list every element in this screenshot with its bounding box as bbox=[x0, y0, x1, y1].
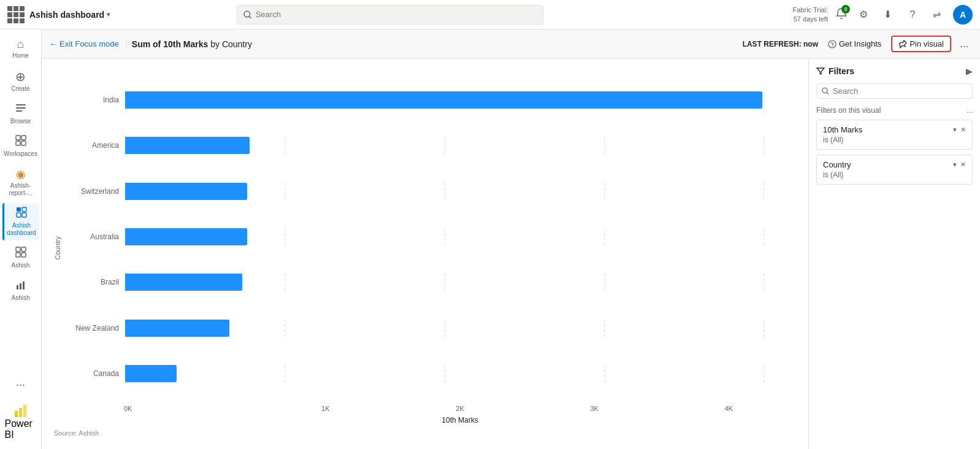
svg-rect-9 bbox=[17, 207, 21, 212]
filters-header: Filters ▶ bbox=[816, 66, 973, 76]
grid-line bbox=[445, 274, 445, 291]
sidebar-item-create[interactable]: ⊕ Create bbox=[2, 66, 39, 96]
grid-line bbox=[764, 91, 764, 109]
filter-card[interactable]: Country▾✕is (All) bbox=[816, 155, 973, 185]
grid-line bbox=[604, 320, 605, 337]
avatar[interactable]: A bbox=[953, 5, 973, 25]
sidebar-item-home[interactable]: ⌂ Home bbox=[2, 34, 39, 63]
bar-label: New Zealand bbox=[64, 324, 125, 332]
bar-row: New Zealand bbox=[64, 317, 796, 340]
help-icon[interactable]: ? bbox=[904, 6, 921, 23]
grid-line bbox=[604, 137, 605, 154]
grid-line bbox=[764, 274, 764, 291]
bar-track[interactable] bbox=[125, 183, 796, 200]
svg-point-25 bbox=[822, 88, 827, 93]
sidebar-item-ashish2-label: Ashish bbox=[11, 294, 29, 302]
sidebar-item-browse[interactable]: Browse bbox=[2, 99, 39, 129]
download-icon[interactable]: ⬇ bbox=[879, 6, 897, 23]
filter-card[interactable]: 10th Marks▾✕is (All) bbox=[816, 120, 973, 150]
filter-chevron-icon[interactable]: ▾ bbox=[953, 161, 957, 169]
filter-search-input[interactable] bbox=[833, 86, 967, 96]
grid-line bbox=[285, 137, 285, 154]
bar-fill bbox=[125, 183, 247, 200]
bar-track[interactable] bbox=[125, 228, 796, 245]
svg-rect-18 bbox=[20, 283, 21, 290]
bar-track[interactable] bbox=[125, 137, 796, 154]
bar-row: Australia bbox=[64, 225, 796, 248]
ashish-report-icon: ◉ bbox=[16, 167, 26, 181]
filters-collapse-button[interactable]: ▶ bbox=[966, 66, 973, 76]
filter-card-actions: ▾✕ bbox=[953, 161, 966, 169]
bar-label: India bbox=[64, 96, 125, 104]
last-refresh-value: now bbox=[803, 40, 818, 48]
filter-search-icon bbox=[822, 87, 829, 95]
grid-line bbox=[604, 183, 605, 200]
filter-chevron-icon[interactable]: ▾ bbox=[953, 126, 957, 134]
nav-title-chevron-icon: ▾ bbox=[107, 11, 110, 18]
svg-rect-16 bbox=[21, 253, 26, 257]
grid-line bbox=[764, 137, 764, 154]
notification-count-badge: 8 bbox=[841, 5, 850, 13]
bar-label: Australia bbox=[64, 232, 125, 241]
pin-visual-button[interactable]: Pin visual bbox=[891, 36, 951, 52]
filters-more-button[interactable]: ... bbox=[967, 106, 973, 115]
pin-visual-label: Pin visual bbox=[909, 39, 944, 48]
grid-line bbox=[445, 365, 445, 382]
exit-focus-button[interactable]: ← Exit Focus mode bbox=[49, 39, 127, 48]
svg-rect-13 bbox=[16, 247, 20, 251]
bar-track[interactable] bbox=[125, 274, 796, 291]
bar-fill bbox=[125, 91, 762, 109]
grid-line bbox=[764, 365, 764, 382]
sidebar-item-home-label: Home bbox=[12, 52, 29, 59]
bar-label: Brazil bbox=[64, 278, 125, 286]
filter-clear-icon[interactable]: ✕ bbox=[960, 161, 966, 169]
notifications-button[interactable]: 8 bbox=[835, 7, 848, 22]
nav-title[interactable]: Ashish dashboard ▾ bbox=[29, 10, 110, 20]
sidebar-item-ashish-dashboard[interactable]: Ashishdashboard bbox=[2, 203, 39, 240]
bar-fill bbox=[125, 228, 247, 245]
sidebar-item-ashish-report[interactable]: ◉ Ashish-report-... bbox=[2, 164, 39, 201]
search-icon bbox=[243, 10, 251, 19]
bar-row: Switzerland bbox=[64, 180, 796, 203]
bar-track[interactable] bbox=[125, 91, 796, 109]
sidebar-more-button[interactable]: ··· bbox=[2, 375, 39, 395]
grid-line bbox=[445, 320, 445, 337]
sidebar-item-workspaces[interactable]: Workspaces bbox=[2, 131, 39, 161]
grid-line bbox=[445, 228, 445, 245]
bar-label: Switzerland bbox=[64, 187, 125, 196]
share-icon[interactable]: ⇌ bbox=[928, 6, 946, 23]
filter-icon bbox=[816, 67, 825, 75]
sidebar-item-workspaces-label: Workspaces bbox=[4, 150, 37, 158]
sub-header-actions: Get Insights Pin visual ... bbox=[823, 36, 973, 52]
get-insights-label: Get Insights bbox=[839, 39, 881, 48]
settings-icon[interactable]: ⚙ bbox=[855, 6, 872, 23]
filter-clear-icon[interactable]: ✕ bbox=[960, 126, 966, 134]
get-insights-button[interactable]: Get Insights bbox=[823, 37, 886, 51]
x-axis: 0K1K2K3K4K bbox=[64, 405, 796, 412]
powerbi-logo-button[interactable]: Power BI bbox=[2, 397, 39, 444]
x-axis-tick: 1K bbox=[258, 405, 392, 412]
top-search-bar[interactable] bbox=[237, 5, 543, 25]
filter-card-name: Country bbox=[823, 160, 851, 169]
sidebar-item-ashish-2[interactable]: Ashish bbox=[2, 275, 39, 305]
bar-row: Canada bbox=[64, 362, 796, 385]
bar-track[interactable] bbox=[125, 320, 796, 337]
filter-search-bar[interactable] bbox=[816, 83, 973, 99]
filters-panel: Filters ▶ Filters on this visual ... 10t… bbox=[808, 59, 980, 449]
svg-rect-11 bbox=[17, 213, 21, 217]
bar-chart-wrapper: Country IndiaAmericaSwitzerlandAustralia… bbox=[54, 71, 796, 424]
apps-grid-icon[interactable] bbox=[7, 6, 25, 23]
top-search-input[interactable] bbox=[256, 10, 537, 19]
sidebar-item-browse-label: Browse bbox=[10, 118, 31, 125]
svg-rect-17 bbox=[17, 285, 18, 290]
bar-track[interactable] bbox=[125, 365, 796, 382]
filter-cards-container: 10th Marks▾✕is (All)Country▾✕is (All) bbox=[816, 120, 973, 190]
filter-card-header: Country▾✕ bbox=[823, 160, 966, 169]
subheader-more-button[interactable]: ... bbox=[956, 37, 973, 50]
sidebar-item-ashish-1[interactable]: Ashish bbox=[2, 243, 39, 273]
fabric-trial-text: Fabric Trial: 57 days left bbox=[793, 6, 828, 23]
sub-header: ← Exit Focus mode Sum of 10th Marks by C… bbox=[42, 29, 980, 59]
more-icon: ··· bbox=[16, 378, 25, 391]
source-label: Source: Ashish bbox=[54, 429, 796, 437]
svg-rect-20 bbox=[15, 411, 18, 417]
